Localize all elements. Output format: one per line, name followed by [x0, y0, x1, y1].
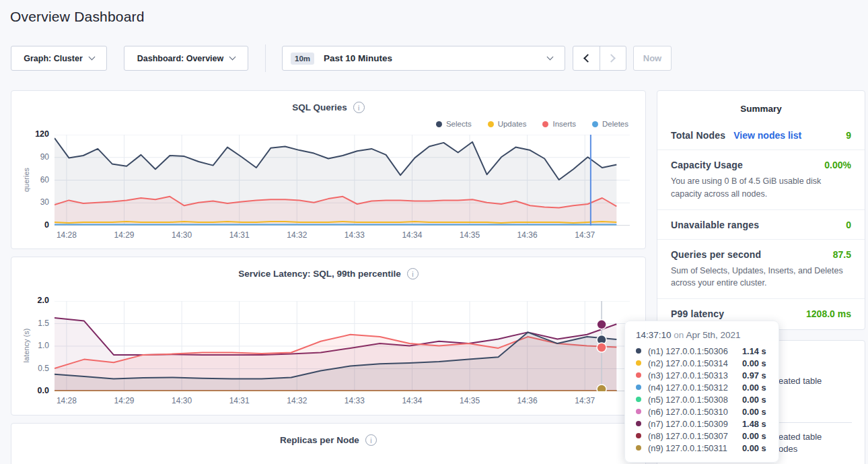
tooltip-node-label: (n7) 127.0.0.1:50309 — [648, 419, 742, 429]
legend-item: Selects — [436, 120, 472, 128]
node-color-dot-icon — [636, 433, 641, 438]
x-axis-tick-label: 14:29 — [108, 230, 141, 240]
tooltip-node-value: 0.00 s — [742, 407, 766, 417]
sql-legend: SelectsUpdatesInsertsDeletes — [436, 120, 628, 128]
time-prev-button[interactable] — [573, 46, 600, 70]
sql-queries-title: SQL Queries — [292, 102, 347, 112]
legend-dot-icon — [542, 121, 548, 127]
tooltip-node-label: (n6) 127.0.0.1:50310 — [648, 407, 742, 417]
legend-item: Updates — [488, 120, 527, 128]
time-range-selector[interactable]: 10m Past 10 Minutes — [282, 46, 565, 71]
node-color-dot-icon — [636, 409, 641, 414]
toolbar-divider — [265, 44, 266, 72]
y-axis-tick-label: 120 — [22, 129, 49, 139]
info-icon[interactable]: i — [365, 434, 377, 446]
summary-row-value: 9 — [846, 130, 851, 141]
tooltip-node-label: (n5) 127.0.0.1:50308 — [648, 395, 742, 405]
replicas-per-node-title: Replicas per Node — [280, 435, 359, 445]
summary-row: Queries per second87.5Sum of Selects, Up… — [657, 239, 865, 299]
summary-panel: Summary Total NodesView nodes list9Capac… — [657, 90, 865, 330]
summary-row: Total NodesView nodes list9 — [657, 121, 865, 150]
legend-dot-icon — [436, 121, 442, 127]
tooltip-node-row: (n4) 127.0.0.1:503120.00 s — [636, 381, 768, 393]
info-icon[interactable]: i — [353, 102, 365, 113]
node-color-dot-icon — [636, 397, 641, 402]
sql-queries-plot[interactable] — [55, 135, 630, 226]
tooltip-node-value: 0.00 s — [742, 383, 766, 393]
tooltip-node-row: (n1) 127.0.0.1:503061.14 s — [636, 345, 768, 357]
event-text-fragment: eated table — [779, 376, 822, 386]
now-button[interactable]: Now — [633, 46, 672, 71]
graph-dropdown-label: Graph: Cluster — [24, 54, 83, 63]
dashboard-dropdown[interactable]: Dashboard: Overview — [124, 46, 248, 71]
tooltip-node-value: 0.00 s — [742, 443, 766, 453]
x-axis-tick-label: 14:34 — [396, 396, 428, 405]
chevron-down-icon — [88, 54, 95, 61]
tooltip-node-value: 0.00 s — [742, 358, 766, 368]
chevron-down-icon — [547, 54, 554, 61]
x-axis-tick-label: 14:32 — [281, 396, 313, 405]
x-axis-tick-label: 14:36 — [511, 230, 544, 240]
overview-dashboard-page: Overview Dashboard Graph: Cluster Dashbo… — [0, 0, 868, 464]
legend-label: Inserts — [552, 120, 576, 128]
y-axis-unit-label: queries — [22, 160, 30, 200]
event-text-fragment: eated table — [779, 432, 822, 442]
x-axis-tick-label: 14:30 — [166, 230, 198, 240]
tooltip-node-value: 0.00 s — [742, 395, 766, 405]
x-axis-tick-label: 14:33 — [338, 396, 371, 405]
tooltip-node-label: (n9) 127.0.0.1:50311 — [648, 443, 742, 453]
summary-row-value: 0 — [846, 220, 851, 230]
tooltip-node-rows: (n1) 127.0.0.1:503061.14 s(n2) 127.0.0.1… — [636, 345, 768, 454]
tooltip-node-row: (n5) 127.0.0.1:503080.00 s — [636, 393, 768, 405]
node-color-dot-icon — [636, 385, 641, 390]
chevron-right-icon — [608, 54, 616, 63]
service-latency-panel: Service Latency: SQL, 99th percentile i … — [11, 257, 646, 416]
x-axis-tick-label: 14:30 — [166, 396, 198, 405]
x-axis-tick-label: 14:37 — [569, 230, 601, 240]
tooltip-node-label: (n1) 127.0.0.1:50306 — [648, 346, 742, 356]
legend-dot-icon — [488, 121, 494, 127]
node-color-dot-icon — [636, 348, 641, 354]
replicas-per-node-panel: Replicas per Node i — [11, 423, 646, 464]
info-icon[interactable]: i — [407, 268, 419, 279]
y-axis-tick-label: 0 — [22, 220, 49, 230]
view-nodes-list-link[interactable]: View nodes list — [733, 130, 801, 141]
y-axis-tick-label: 2.0 — [22, 296, 49, 305]
service-latency-plot[interactable] — [55, 301, 630, 391]
dashboard-dropdown-label: Dashboard: Overview — [137, 54, 224, 63]
summary-row-label: Total Nodes — [671, 130, 725, 141]
tooltip-node-label: (n4) 127.0.0.1:50312 — [648, 383, 742, 393]
chevron-left-icon — [583, 54, 592, 63]
tooltip-node-row: (n2) 127.0.0.1:503140.00 s — [636, 357, 768, 369]
page-title: Overview Dashboard — [10, 9, 145, 25]
summary-row: Unavailable ranges0 — [657, 209, 865, 239]
tooltip-node-value: 0.97 s — [742, 370, 766, 380]
legend-label: Deletes — [602, 120, 628, 128]
x-axis-tick-label: 14:37 — [569, 396, 601, 405]
tooltip-node-label: (n8) 127.0.0.1:50307 — [648, 431, 742, 441]
time-next-button[interactable] — [600, 46, 626, 70]
x-axis-tick-label: 14:28 — [50, 230, 83, 240]
time-range-label: Past 10 Minutes — [324, 53, 392, 63]
tooltip-node-row: (n6) 127.0.0.1:503100.00 s — [636, 405, 768, 418]
summary-rows: Total NodesView nodes list9Capacity Usag… — [657, 121, 865, 328]
tooltip-node-row: (n3) 127.0.0.1:503130.97 s — [636, 369, 768, 381]
chart-hover-tooltip: 14:37:10 on Apr 5th, 2021 (n1) 127.0.0.1… — [624, 321, 779, 463]
summary-row-value: 87.5 — [833, 249, 851, 260]
summary-row: Capacity Usage0.00%You are using 0 B of … — [657, 150, 865, 209]
tooltip-node-label: (n3) 127.0.0.1:50313 — [648, 370, 742, 380]
x-axis-tick-label: 14:31 — [223, 396, 256, 405]
tooltip-timestamp: 14:37:10 on Apr 5th, 2021 — [636, 330, 768, 340]
y-axis-tick-label: 0.0 — [22, 386, 49, 395]
node-color-dot-icon — [636, 372, 641, 378]
legend-item: Deletes — [592, 120, 628, 128]
x-axis-tick-label: 14:35 — [454, 396, 486, 405]
summary-title: Summary — [657, 91, 865, 114]
x-axis-tick-label: 14:29 — [108, 396, 141, 405]
tooltip-node-row: (n9) 127.0.0.1:503110.00 s — [636, 442, 768, 454]
graph-dropdown[interactable]: Graph: Cluster — [11, 46, 107, 71]
summary-row-label: Queries per second — [671, 249, 761, 260]
node-color-dot-icon — [636, 360, 641, 366]
tooltip-node-row: (n8) 127.0.0.1:503070.00 s — [636, 430, 768, 442]
tooltip-node-row: (n7) 127.0.0.1:503091.48 s — [636, 418, 768, 430]
